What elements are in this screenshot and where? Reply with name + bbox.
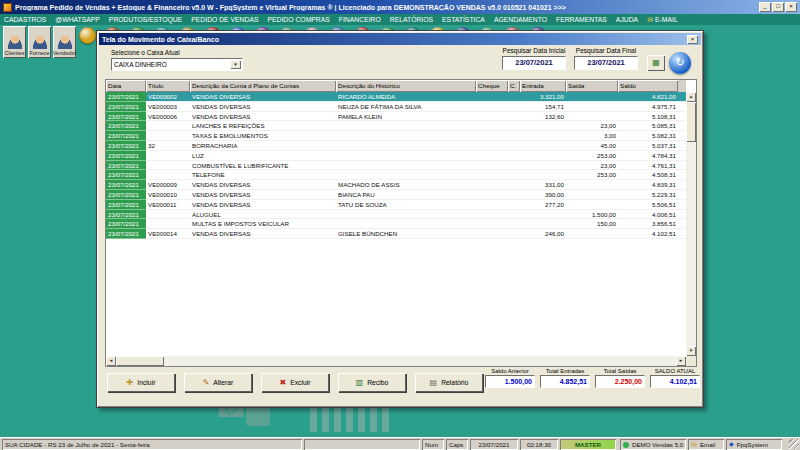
menu-item[interactable]: CADASTROS (4, 16, 46, 23)
menu-item[interactable]: PEDIDO COMPRAS (268, 16, 330, 23)
column-header[interactable]: Data (106, 80, 146, 92)
menu-item[interactable]: PRODUTOS/ESTOQUE (109, 16, 182, 23)
date-initial-field[interactable]: 23/07/2021 (502, 56, 566, 70)
person-icon (32, 36, 48, 49)
cell-saldo: 5.108,31 (618, 112, 678, 122)
table-row[interactable]: 23/07/2021 ALUGUEL 1.500,00 4.006,51 (106, 210, 686, 220)
column-header[interactable]: Descrição do Histórico (336, 80, 476, 92)
horizontal-scroll-thumb[interactable] (116, 356, 164, 366)
resize-grip[interactable] (789, 439, 799, 449)
maximize-icon[interactable]: □ (772, 2, 784, 12)
menu-item[interactable]: FINANCEIRO (339, 16, 381, 23)
table-row[interactable]: 23/07/2021 VE000006 VENDAS DIVERSAS PAME… (106, 112, 686, 122)
table-row[interactable]: 23/07/2021 VE000002 VENDAS DIVERSAS RICA… (106, 92, 686, 102)
export-grid-button[interactable]: ▦ (647, 55, 665, 71)
cell-saida (566, 92, 618, 102)
table-row[interactable]: 23/07/2021 COMBUSTÍVEL E LUBRIFICANTE 23… (106, 161, 686, 171)
status-numlock: Num (422, 439, 444, 450)
recibo-button[interactable]: ▥ Recibo (338, 373, 406, 392)
menu-item[interactable]: ESTATÍSTICA (442, 16, 485, 23)
cell-cheque (476, 121, 508, 131)
summary-value: 1.500,00 (485, 375, 535, 388)
menu-item[interactable]: RELATÓRIOS (390, 16, 433, 23)
cell-historico: NEUZA DE FÁTIMA DA SILVA (336, 102, 476, 112)
date-final-label: Pesquisar Data Final (571, 47, 641, 54)
toolbar-big-button[interactable]: Fornece (28, 26, 51, 58)
toolbar-big-button[interactable]: Vendedor (53, 26, 76, 58)
table-row[interactable]: 23/07/2021 TELEFONE 253,00 4.508,31 (106, 170, 686, 180)
alterar-button[interactable]: ✎ Alterar (184, 373, 252, 392)
button-label: Recibo (367, 379, 388, 386)
table-row[interactable]: 23/07/2021 VE000010 VENDAS DIVERSAS BIAN… (106, 190, 686, 200)
dialog-close-icon[interactable]: × (687, 35, 698, 44)
cell-entrada (520, 210, 566, 220)
table-row[interactable]: 23/07/2021 32 BORRACHARIA 45,00 5.037,31 (106, 141, 686, 151)
table-row[interactable]: 23/07/2021 LUZ 253,00 4.784,31 (106, 151, 686, 161)
person-icon (7, 36, 23, 49)
cell-historico: BIANCA PAU (336, 190, 476, 200)
table-row[interactable]: 23/07/2021 VE000009 VENDAS DIVERSAS MACH… (106, 180, 686, 190)
cell-historico (336, 210, 476, 220)
vertical-scroll-thumb[interactable] (686, 102, 696, 142)
column-header[interactable]: Saída (566, 80, 618, 92)
relatorio-button[interactable]: ▤ Relatório (415, 373, 483, 392)
menu-item-email[interactable]: ✉ E-MAIL (647, 16, 678, 24)
excluir-button[interactable]: ✖ Excluir (261, 373, 329, 392)
cell-conta: ALUGUEL (190, 210, 336, 220)
refresh-button[interactable]: ↻ (669, 52, 691, 74)
scroll-down-icon[interactable]: ▼ (686, 346, 696, 356)
table-row[interactable]: 23/07/2021 VE000003 VENDAS DIVERSAS NEUZ… (106, 102, 686, 112)
table-row[interactable]: 23/07/2021 MULTAS E IMPOSTOS VEICULAR 15… (106, 219, 686, 229)
menu-item[interactable]: FERRAMENTAS (556, 16, 607, 23)
cell-entrada (520, 121, 566, 131)
dialog-button-row: ✚ Incluir ✎ Alterar ✖ Excluir ▥ Recibo ▤… (107, 373, 483, 392)
minimize-icon[interactable]: _ (759, 2, 771, 12)
application-window: Programa Pedido de Vendas + Estoque & Fi… (0, 0, 800, 450)
menu-item[interactable]: @WHATSAPP (55, 16, 100, 23)
scroll-right-icon[interactable]: ► (676, 356, 686, 366)
column-header[interactable]: Título (146, 80, 190, 92)
vertical-scrollbar[interactable]: ▲ ▼ (686, 92, 696, 356)
button-label: Alterar (213, 379, 233, 386)
toolbar-big-button[interactable]: Clientes (3, 26, 26, 58)
scrollbar-corner (686, 356, 696, 366)
column-header[interactable]: Descrição da Conta d Plano de Contas (190, 80, 336, 92)
toolbar-button-label: Vendedor (53, 50, 77, 56)
window-titlebar[interactable]: Programa Pedido de Vendas + Estoque & Fi… (0, 0, 800, 14)
cell-cheque (476, 151, 508, 161)
table-row[interactable]: 23/07/2021 TAXAS E EMOLUMENTOS 3,00 5.08… (106, 131, 686, 141)
scroll-up-icon[interactable]: ▲ (686, 92, 696, 102)
incluir-button[interactable]: ✚ Incluir (107, 373, 175, 392)
cell-c (508, 180, 520, 190)
column-header[interactable]: C. (508, 80, 520, 92)
scroll-left-icon[interactable]: ◄ (106, 356, 116, 366)
dialog-title: Tela do Movimento de Caixa/Banco (102, 36, 219, 43)
menu-item[interactable]: AJUDA (616, 16, 638, 23)
cell-titulo: VE000003 (146, 102, 190, 112)
cell-c (508, 112, 520, 122)
license-icon (623, 442, 629, 448)
column-header[interactable]: Entrada (520, 80, 566, 92)
person-icon (57, 36, 73, 49)
cell-entrada (520, 141, 566, 151)
dialog-titlebar[interactable]: Tela do Movimento de Caixa/Banco × (99, 33, 701, 45)
table-row[interactable]: 23/07/2021 LANCHES E REFEIÇÕES 23,00 5.0… (106, 121, 686, 131)
cell-conta: COMBUSTÍVEL E LUBRIFICANTE (190, 161, 336, 171)
column-header[interactable]: Cheque (476, 80, 508, 92)
chevron-down-icon[interactable]: ▼ (230, 60, 241, 69)
table-row[interactable]: 23/07/2021 VE000011 VENDAS DIVERSAS TATU… (106, 200, 686, 210)
date-final-field[interactable]: 23/07/2021 (574, 56, 638, 70)
horizontal-scrollbar[interactable]: ◄ ► (106, 356, 686, 366)
caixa-select[interactable]: CAIXA DINHEIRO ▼ (111, 58, 243, 71)
column-header[interactable]: Saldo (618, 80, 678, 92)
table-row[interactable]: 23/07/2021 VE000014 VENDAS DIVERSAS GISE… (106, 229, 686, 239)
menu-item[interactable]: AGENDAMENTO (494, 16, 547, 23)
close-icon[interactable]: × (785, 2, 797, 12)
menu-item[interactable]: PEDIDO DE VENDAS (191, 16, 258, 23)
cell-cheque (476, 131, 508, 141)
cell-conta: VENDAS DIVERSAS (190, 102, 336, 112)
cell-saldo: 5.037,31 (618, 141, 678, 151)
cell-conta: VENDAS DIVERSAS (190, 229, 336, 239)
toolbar-icon[interactable] (79, 27, 96, 44)
cell-titulo (146, 210, 190, 220)
